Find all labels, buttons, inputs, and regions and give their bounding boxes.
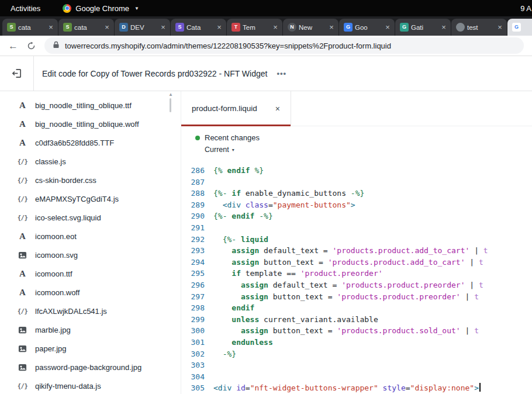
line-number: 291 <box>181 222 205 234</box>
code-line[interactable]: 304 <box>181 371 532 383</box>
version-dropdown[interactable]: Current ▾ <box>205 146 234 154</box>
line-number: 301 <box>181 337 205 348</box>
browser-tab[interactable]: test× <box>451 19 507 36</box>
browser-tab[interactable]: Scata× <box>2 19 58 36</box>
code-line[interactable]: 294 assign button_text = 'products.produ… <box>181 257 532 268</box>
file-item[interactable]: {/}ico-select.svg.liquid <box>0 208 181 227</box>
sidebar-scrollbar-thumb[interactable] <box>170 98 171 112</box>
tab-close-icon[interactable]: × <box>215 23 223 32</box>
file-item[interactable]: marble.jpg <box>0 320 181 339</box>
file-item[interactable]: {/}cs-skin-border.css <box>0 171 181 189</box>
more-actions-button[interactable]: ••• <box>277 69 286 78</box>
tab-close-icon[interactable]: × <box>327 23 336 32</box>
code-line[interactable]: 288{%- if enable_dynamic_buttons -%} <box>181 188 532 199</box>
code-editor[interactable]: 286{% endif %}287288{%- if enable_dynami… <box>181 165 532 394</box>
caret-down-icon: ▼ <box>134 6 139 11</box>
code-line[interactable]: 291 <box>181 222 532 234</box>
file-item[interactable]: password-page-background.jpg <box>0 358 181 376</box>
font-file-icon: A <box>18 101 27 110</box>
file-item[interactable]: {/}qikify-tmenu-data.js <box>0 376 181 394</box>
tab-title: cata <box>74 24 101 31</box>
code-line[interactable]: 293 assign default_text = 'products.prod… <box>181 245 532 257</box>
tab-strip: Scata×Scata×DDEV×SCata×TTem×NNew×GGoo×GG… <box>0 16 532 36</box>
code-line[interactable]: 301 endunless <box>181 337 532 348</box>
browser-tab[interactable]: DDEV× <box>115 19 170 36</box>
code-line[interactable]: 299 unless current_variant.available <box>181 314 532 326</box>
exit-code-editor-button[interactable] <box>0 56 34 91</box>
code-line[interactable]: 289 <div class="payment-buttons"> <box>181 199 532 211</box>
code-line[interactable]: 286{% endif %} <box>181 165 532 177</box>
code-line[interactable]: 303 <box>181 360 532 371</box>
code-text: assign button_text = 'products.product.p… <box>205 291 479 303</box>
tab-close-icon[interactable]: × <box>159 23 167 32</box>
tab-close-icon[interactable]: × <box>384 23 392 32</box>
file-item[interactable]: {/}classie.js <box>0 152 181 171</box>
line-number: 303 <box>181 360 205 371</box>
file-item[interactable]: Abig_noodle_titling_oblique.woff <box>0 115 181 133</box>
line-number: 298 <box>181 302 205 314</box>
shopify-partners-favicon: S <box>175 23 184 32</box>
page-title: Edit code for Copy of Tower Records prd0… <box>42 69 267 78</box>
image-file-icon <box>18 344 27 353</box>
tab-close-icon[interactable]: × <box>47 23 55 32</box>
line-number: 300 <box>181 325 205 337</box>
code-line[interactable]: 290{%- endif -%} <box>181 210 532 222</box>
browser-tab[interactable]: Scata× <box>58 19 114 36</box>
file-sidebar: Abig_noodle_titling_oblique.ttfAbig_nood… <box>0 91 181 394</box>
browser-tab[interactable]: GGoo× <box>339 19 395 36</box>
file-item[interactable]: {/}lfcAXLwjkDALc541.js <box>0 302 181 320</box>
file-tab-product-form[interactable]: product-form.liquid × <box>181 91 291 126</box>
file-item[interactable]: Ac0df3a6b528fdd85.TTF <box>0 133 181 152</box>
code-line[interactable]: 295 if template == 'product.preorder' <box>181 268 532 279</box>
tab-close-icon[interactable]: × <box>271 23 279 32</box>
line-number: 296 <box>181 279 205 291</box>
browser-tab[interactable]: NNew× <box>283 19 338 36</box>
image-file-icon <box>18 251 27 260</box>
file-item[interactable]: Aicomoon.woff <box>0 283 181 302</box>
code-text: {%- endif -%} <box>205 210 273 222</box>
file-item[interactable]: Abig_noodle_titling_oblique.ttf <box>0 96 181 115</box>
code-line[interactable]: 292 {%- liquid <box>181 234 532 246</box>
shopify-bag-favicon: S <box>7 23 16 32</box>
browser-tab[interactable]: TTem× <box>227 19 282 36</box>
close-tab-icon[interactable]: × <box>271 104 280 113</box>
version-label: Current <box>205 146 229 154</box>
browser-tab[interactable]: G <box>507 19 532 36</box>
code-file-icon: {/} <box>18 214 27 221</box>
code-line[interactable]: 296 assign default_text = 'products.prod… <box>181 279 532 291</box>
code-line[interactable]: 300 assign button_text = 'products.produ… <box>181 325 532 337</box>
theme-favicon: T <box>232 23 240 32</box>
line-number: 288 <box>181 188 205 199</box>
file-item[interactable]: icomoon.svg <box>0 246 181 264</box>
code-text: assign default_text = 'products.product.… <box>205 279 483 291</box>
back-button[interactable]: ← <box>8 41 18 51</box>
code-text <box>205 222 213 234</box>
reload-button[interactable] <box>27 42 36 50</box>
tab-title: test <box>467 24 493 31</box>
tab-close-icon[interactable]: × <box>496 23 504 32</box>
code-line[interactable]: 287 <box>181 177 532 188</box>
file-item[interactable]: paper.jpg <box>0 339 181 358</box>
code-line[interactable]: 302 -%} <box>181 348 532 360</box>
code-line[interactable]: 298 endif <box>181 302 532 314</box>
scroll-up-icon[interactable]: ▲ <box>168 92 173 97</box>
active-app-indicator[interactable]: Google Chrome ▼ <box>63 4 139 13</box>
file-item[interactable]: Aicomoon.eot <box>0 227 181 246</box>
gatsby-favicon: G <box>400 23 409 32</box>
tab-close-icon[interactable]: × <box>103 23 111 32</box>
code-text: endif <box>205 302 254 314</box>
tab-close-icon[interactable]: × <box>440 23 448 32</box>
file-item[interactable]: Aicomoon.ttf <box>0 264 181 283</box>
activities-button[interactable]: Activities <box>0 0 51 16</box>
browser-tab[interactable]: GGati× <box>395 19 451 36</box>
line-number: 290 <box>181 210 205 222</box>
file-name: marble.jpg <box>35 326 71 334</box>
file-item[interactable]: {/}eMAPMXSyTCgGdiT4.js <box>0 189 181 208</box>
status-dot <box>195 136 200 140</box>
address-bar[interactable]: towerrecords.myshopify.com/admin/themes/… <box>44 37 524 54</box>
browser-tab[interactable]: SCata× <box>171 19 226 36</box>
file-name: eMAPMXSyTCgGdiT4.js <box>35 195 119 203</box>
code-line[interactable]: 297 assign button_text = 'products.produ… <box>181 291 532 303</box>
code-line[interactable]: 305<div id="nft-widget-buttons-wrapper" … <box>181 382 532 394</box>
tab-title: New <box>299 24 325 31</box>
